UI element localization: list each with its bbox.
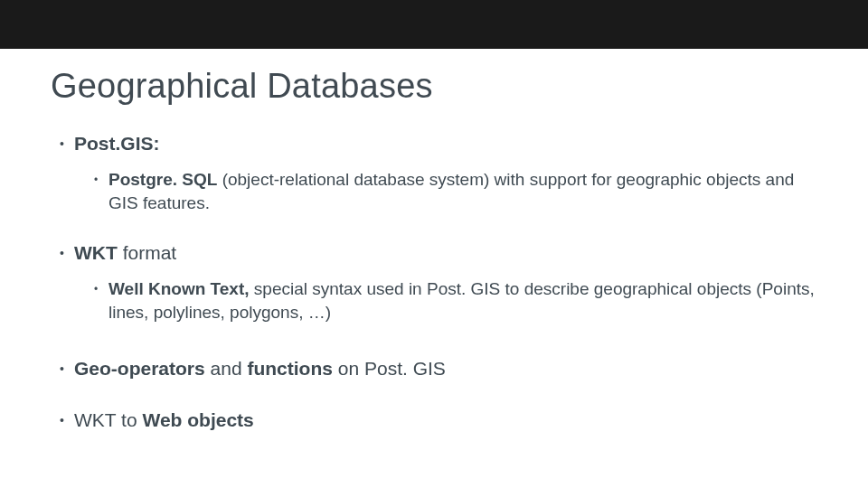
text-bold: Postgre. SQL [108, 170, 217, 189]
text-bold: functions [247, 358, 333, 379]
list-item: WKT to Web objects [60, 408, 817, 432]
list-item: Postgre. SQL (object-relational database… [94, 168, 817, 214]
list-item: Geo-operators and functions on Post. GIS [60, 356, 817, 380]
list-item-heading: Post.GIS: [74, 133, 160, 154]
slide-body: Geographical Databases Post.GIS: Postgre… [0, 49, 868, 433]
text-bold: Web objects [142, 409, 253, 430]
list-item-heading: WKT format [74, 242, 176, 263]
text-bold: Post.GIS: [74, 133, 160, 154]
slide-title: Geographical Databases [51, 67, 817, 106]
text: format [118, 242, 176, 263]
topbar [0, 0, 868, 49]
list-item: Well Known Text, special syntax used in … [94, 277, 817, 324]
list-item: WKT format Well Known Text, special synt… [60, 240, 817, 324]
text-bold: Well Known Text, [108, 279, 250, 298]
list-item: Post.GIS: Postgre. SQL (object-relationa… [60, 131, 817, 215]
text: WKT to [74, 409, 142, 430]
text-bold: WKT [74, 242, 118, 263]
text: and [205, 358, 248, 379]
bullet-list-level1: Post.GIS: Postgre. SQL (object-relationa… [51, 131, 817, 433]
bullet-list-level2: Postgre. SQL (object-relational database… [74, 168, 817, 214]
text: on Post. GIS [333, 358, 446, 379]
list-item-heading: WKT to Web objects [74, 409, 254, 430]
text-bold: Geo-operators [74, 358, 205, 379]
bullet-list-level2: Well Known Text, special syntax used in … [74, 277, 817, 324]
list-item-heading: Geo-operators and functions on Post. GIS [74, 358, 446, 379]
